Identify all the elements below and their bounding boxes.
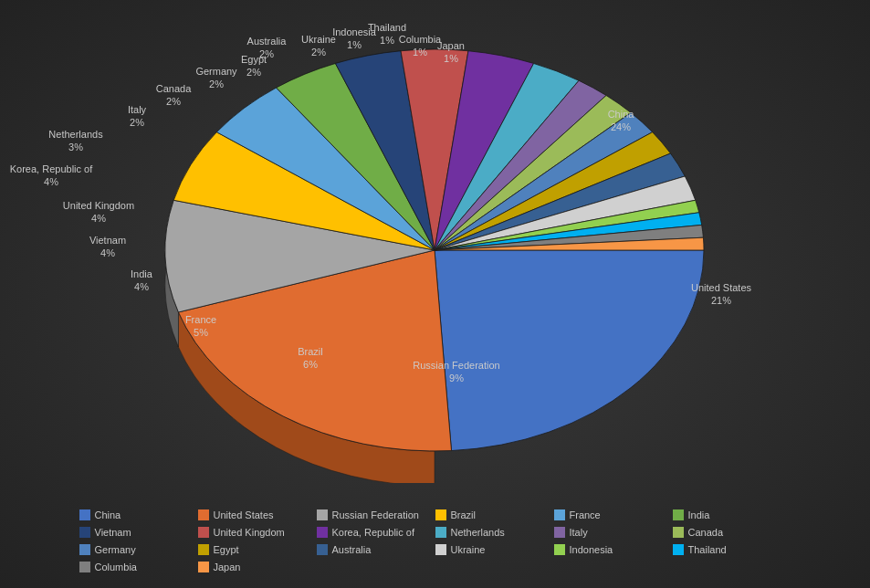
legend-item: Russian Federation bbox=[317, 509, 435, 520]
legend-item: Germany bbox=[79, 544, 198, 555]
svg-text:2%: 2% bbox=[259, 48, 274, 59]
legend-color-box bbox=[198, 562, 209, 572]
legend-item: United States bbox=[198, 509, 317, 520]
legend-color-box bbox=[673, 527, 684, 538]
legend-item: Brazil bbox=[435, 509, 554, 520]
legend-color-box bbox=[435, 544, 446, 555]
svg-text:6%: 6% bbox=[303, 359, 318, 370]
svg-text:Japan: Japan bbox=[437, 40, 465, 51]
svg-text:1%: 1% bbox=[347, 39, 362, 50]
legend-color-box bbox=[79, 544, 90, 555]
legend-item-label: Australia bbox=[332, 544, 372, 555]
legend-color-box bbox=[79, 527, 90, 538]
legend-item-label: Korea, Republic of bbox=[332, 527, 415, 538]
legend-color-box bbox=[198, 527, 209, 538]
svg-text:2%: 2% bbox=[130, 117, 144, 128]
svg-text:Columbia: Columbia bbox=[399, 34, 442, 45]
legend-item-label: China bbox=[95, 509, 121, 520]
svg-text:United Kingdom: United Kingdom bbox=[63, 200, 134, 211]
svg-text:Brazil: Brazil bbox=[298, 346, 323, 357]
legend-color-box bbox=[673, 509, 684, 520]
legend-item: Korea, Republic of bbox=[317, 527, 435, 538]
legend-item-label: India bbox=[688, 509, 710, 520]
svg-text:21%: 21% bbox=[711, 295, 731, 306]
legend-item-label: Canada bbox=[688, 527, 724, 538]
svg-text:Italy: Italy bbox=[128, 104, 147, 115]
pie-chart-svg: China24%United States21%Russian Federati… bbox=[0, 17, 870, 483]
svg-text:2%: 2% bbox=[166, 96, 181, 107]
legend-item-label: Thailand bbox=[688, 544, 727, 555]
legend-item-label: Germany bbox=[95, 544, 136, 555]
svg-text:Thailand: Thailand bbox=[368, 22, 406, 33]
legend-item-label: France bbox=[570, 509, 601, 520]
legend-item-label: United States bbox=[214, 509, 274, 520]
svg-text:9%: 9% bbox=[449, 373, 464, 383]
legend-color-box bbox=[317, 527, 328, 538]
legend-item: Netherlands bbox=[435, 527, 554, 538]
legend-color-box bbox=[79, 562, 90, 572]
legend-item-label: Italy bbox=[570, 527, 588, 538]
svg-text:4%: 4% bbox=[44, 176, 58, 187]
legend-item-label: Japan bbox=[214, 562, 241, 572]
legend-item: Ukraine bbox=[435, 544, 554, 555]
legend-color-box bbox=[198, 509, 209, 520]
legend-color-box bbox=[554, 527, 565, 538]
legend-color-box bbox=[554, 509, 565, 520]
svg-text:China: China bbox=[608, 109, 635, 120]
legend-item-label: Brazil bbox=[451, 509, 477, 520]
svg-text:4%: 4% bbox=[100, 247, 115, 258]
legend-item-label: United Kingdom bbox=[214, 527, 285, 538]
legend-color-box bbox=[554, 544, 565, 555]
svg-text:Vietnam: Vietnam bbox=[89, 235, 126, 246]
legend-item: Vietnam bbox=[79, 527, 198, 538]
legend-item: France bbox=[554, 509, 673, 520]
legend-item: Egypt bbox=[198, 544, 317, 555]
legend: ChinaUnited StatesRussian FederationBraz… bbox=[43, 500, 828, 588]
legend-item: Thailand bbox=[673, 544, 791, 555]
svg-text:3%: 3% bbox=[68, 142, 83, 152]
svg-text:2%: 2% bbox=[246, 67, 261, 78]
legend-color-box bbox=[79, 509, 90, 520]
legend-color-box bbox=[673, 544, 684, 555]
legend-item-label: Vietnam bbox=[95, 527, 131, 538]
legend-color-box bbox=[435, 527, 446, 538]
svg-text:1%: 1% bbox=[413, 47, 427, 58]
legend-item-label: Ukraine bbox=[451, 544, 486, 555]
legend-item: India bbox=[673, 509, 791, 520]
legend-item: Japan bbox=[198, 562, 317, 572]
svg-text:4%: 4% bbox=[134, 281, 149, 292]
svg-text:24%: 24% bbox=[611, 121, 631, 132]
svg-text:Australia: Australia bbox=[247, 36, 288, 47]
legend-color-box bbox=[317, 544, 328, 555]
svg-text:Germany: Germany bbox=[195, 66, 237, 77]
legend-color-box bbox=[198, 544, 209, 555]
legend-item-label: Russian Federation bbox=[332, 509, 419, 520]
chart-container: China24%United States21%Russian Federati… bbox=[0, 0, 870, 588]
svg-text:4%: 4% bbox=[91, 213, 106, 224]
legend-item-label: Egypt bbox=[214, 544, 239, 555]
legend-item: Canada bbox=[673, 527, 791, 538]
legend-item: China bbox=[79, 509, 198, 520]
svg-text:1%: 1% bbox=[380, 35, 394, 46]
legend-item-label: Indonesia bbox=[570, 544, 613, 555]
pie-area: China24%United States21%Russian Federati… bbox=[0, 0, 870, 500]
legend-item: Columbia bbox=[79, 562, 198, 572]
svg-text:5%: 5% bbox=[194, 327, 208, 338]
svg-text:Canada: Canada bbox=[156, 83, 192, 94]
svg-text:Russian Federation: Russian Federation bbox=[413, 360, 499, 371]
legend-item-label: Netherlands bbox=[451, 527, 505, 538]
svg-text:United States: United States bbox=[691, 282, 752, 293]
legend-item: Italy bbox=[554, 527, 673, 538]
legend-color-box bbox=[435, 509, 446, 520]
svg-text:France: France bbox=[185, 314, 216, 325]
svg-text:2%: 2% bbox=[209, 79, 224, 89]
svg-text:India: India bbox=[131, 268, 153, 279]
legend-item: Indonesia bbox=[554, 544, 673, 555]
legend-item-label: Columbia bbox=[95, 562, 137, 572]
svg-text:2%: 2% bbox=[311, 47, 326, 58]
legend-color-box bbox=[317, 509, 328, 520]
svg-text:Netherlands: Netherlands bbox=[48, 129, 103, 140]
svg-text:1%: 1% bbox=[444, 53, 458, 64]
svg-text:Korea, Republic of: Korea, Republic of bbox=[10, 163, 93, 174]
legend-item: United Kingdom bbox=[198, 527, 317, 538]
